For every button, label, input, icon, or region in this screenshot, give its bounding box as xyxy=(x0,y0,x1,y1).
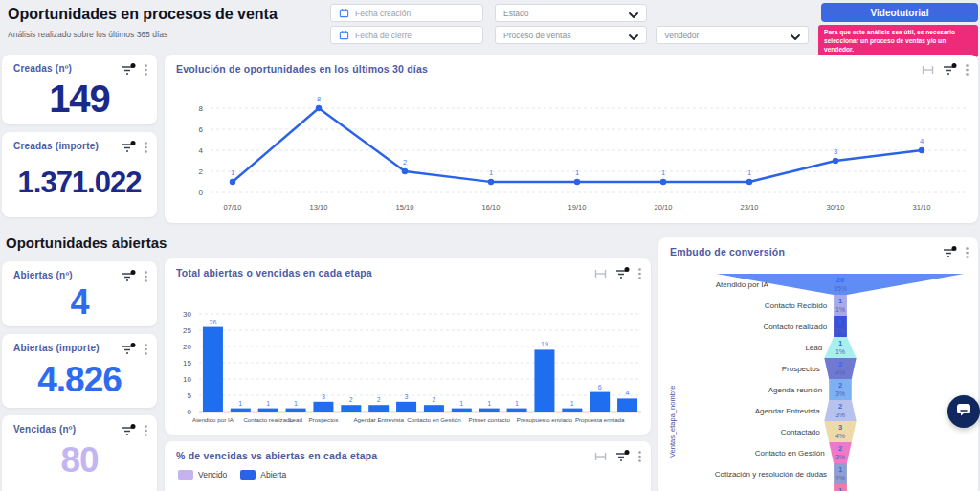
resize-horizontal-icon[interactable] xyxy=(594,451,607,462)
svg-text:4: 4 xyxy=(920,137,924,145)
svg-text:3%: 3% xyxy=(835,412,845,418)
estado-select[interactable]: Estado xyxy=(495,4,647,22)
svg-text:3: 3 xyxy=(838,360,842,368)
filter-icon[interactable] xyxy=(615,450,630,462)
svg-text:31/10: 31/10 xyxy=(913,203,931,212)
svg-text:13/10: 13/10 xyxy=(310,203,328,212)
kebab-menu-icon[interactable] xyxy=(145,271,147,282)
svg-text:4: 4 xyxy=(199,146,204,155)
estado-select-label: Estado xyxy=(503,9,623,18)
kpi-label: Abiertas (nº) xyxy=(13,270,73,280)
kebab-menu-icon[interactable] xyxy=(966,64,969,76)
svg-text:1: 1 xyxy=(575,168,579,177)
fecha-cierre-input[interactable] xyxy=(355,31,475,40)
kpi-card-abiertas-n: Abiertas (nº) 4 xyxy=(2,261,157,326)
legend-item-abierta: Abierta xyxy=(240,470,286,480)
svg-text:Atendido por IA: Atendido por IA xyxy=(192,416,234,423)
vendedor-select-label: Vendedor xyxy=(664,31,785,40)
filter-icon[interactable] xyxy=(122,424,136,436)
svg-text:Atendido por IA: Atendido por IA xyxy=(716,280,769,289)
svg-text:Contacto en Gestión: Contacto en Gestión xyxy=(407,416,461,423)
kpi-value: 4 xyxy=(2,282,157,323)
calendar-icon xyxy=(339,5,349,22)
funnel-card: Embudo de conversión Ventas_etapa_nombre… xyxy=(658,237,978,491)
kebab-menu-icon[interactable] xyxy=(966,247,969,258)
chat-button[interactable] xyxy=(947,395,980,428)
svg-text:1: 1 xyxy=(266,400,270,407)
fecha-creacion-input[interactable] xyxy=(355,9,475,18)
filter-icon[interactable] xyxy=(122,141,136,153)
legend-swatch-abierta xyxy=(240,470,256,480)
fecha-creacion-field[interactable] xyxy=(330,4,483,22)
svg-text:Lead: Lead xyxy=(805,344,822,352)
kebab-menu-icon[interactable] xyxy=(145,344,147,355)
line-chart: 02468107/10813/10215/10116/10119/10120/1… xyxy=(165,93,978,219)
svg-text:Prospectos: Prospectos xyxy=(782,365,820,373)
svg-text:30: 30 xyxy=(183,310,191,319)
page-subtitle: Análisis realizado sobre los últimos 365… xyxy=(8,30,167,39)
svg-text:Presupuesto enviado: Presupuesto enviado xyxy=(517,416,573,423)
legend-swatch-vencido xyxy=(178,470,193,480)
svg-text:1: 1 xyxy=(489,168,493,177)
svg-text:2: 2 xyxy=(199,167,204,176)
svg-text:1: 1 xyxy=(838,339,842,347)
filter-icon[interactable] xyxy=(943,246,957,258)
chevron-down-icon xyxy=(629,5,638,22)
svg-text:1: 1 xyxy=(570,400,574,407)
dashboard: Oportunidades en procesos de venta Análi… xyxy=(0,0,980,491)
kpi-card-abiertas-importe: Abiertas (importe) 4.826 xyxy=(2,334,157,408)
svg-text:2: 2 xyxy=(432,396,435,403)
svg-text:Agendar Entrevista: Agendar Entrevista xyxy=(755,407,821,415)
legend-label: Abierta xyxy=(260,470,286,480)
svg-text:1%: 1% xyxy=(835,475,845,481)
kpi-label: Abiertas (importe) xyxy=(13,343,100,353)
svg-text:26: 26 xyxy=(836,276,844,284)
videotutorial-button[interactable]: Videotutorial xyxy=(821,3,978,22)
svg-text:Contactado: Contactado xyxy=(781,428,820,436)
svg-text:3: 3 xyxy=(834,147,837,156)
svg-text:07/10: 07/10 xyxy=(224,203,242,212)
svg-text:1: 1 xyxy=(515,400,519,407)
fecha-cierre-field[interactable] xyxy=(330,26,483,44)
filter-icon[interactable] xyxy=(122,343,136,355)
kebab-menu-icon[interactable] xyxy=(145,425,147,436)
svg-text:2: 2 xyxy=(403,158,407,167)
chevron-down-icon xyxy=(629,27,638,44)
svg-text:6: 6 xyxy=(598,384,602,391)
proceso-ventas-select[interactable]: Proceso de ventas xyxy=(495,26,647,44)
kebab-menu-icon[interactable] xyxy=(145,142,147,153)
svg-text:2: 2 xyxy=(377,396,381,403)
kebab-menu-icon[interactable] xyxy=(638,451,641,462)
svg-text:4%: 4% xyxy=(835,369,845,376)
filter-icon[interactable] xyxy=(943,63,957,76)
kebab-menu-icon[interactable] xyxy=(145,64,147,76)
svg-text:1: 1 xyxy=(838,486,842,491)
svg-text:35%: 35% xyxy=(834,285,847,292)
svg-text:1: 1 xyxy=(459,400,463,407)
proceso-ventas-select-label: Proceso de ventas xyxy=(503,31,623,40)
svg-text:20/10: 20/10 xyxy=(655,203,673,212)
svg-text:Contacto realizado: Contacto realizado xyxy=(763,323,827,331)
svg-text:19/10: 19/10 xyxy=(568,203,587,212)
svg-text:5: 5 xyxy=(188,391,192,400)
kpi-value: 4.826 xyxy=(2,360,157,400)
vendedor-select[interactable]: Vendedor xyxy=(656,26,809,44)
resize-horizontal-icon[interactable] xyxy=(594,268,607,279)
svg-text:Contacto en Gestión: Contacto en Gestión xyxy=(755,449,825,458)
svg-text:25: 25 xyxy=(183,326,191,335)
kpi-card-creadas-n: Creadas (nº) 149 xyxy=(2,55,157,124)
filter-icon[interactable] xyxy=(122,63,136,76)
svg-text:Agenda reunión: Agenda reunión xyxy=(768,386,823,394)
filter-icon[interactable] xyxy=(122,270,136,282)
line-chart-card: Evolución de oportunidades en los último… xyxy=(165,55,978,223)
filter-icon[interactable] xyxy=(615,267,630,279)
svg-text:2: 2 xyxy=(838,381,842,390)
svg-text:30/10: 30/10 xyxy=(827,203,845,212)
svg-text:8: 8 xyxy=(199,104,204,113)
svg-text:1%: 1% xyxy=(835,327,845,334)
resize-horizontal-icon[interactable] xyxy=(922,64,934,76)
svg-text:3: 3 xyxy=(838,423,842,432)
pct-chart-title: % de vencidas vs abiertas en cada etapa xyxy=(176,450,377,461)
kebab-menu-icon[interactable] xyxy=(638,268,641,279)
kpi-label: Creadas (importe) xyxy=(13,141,99,151)
